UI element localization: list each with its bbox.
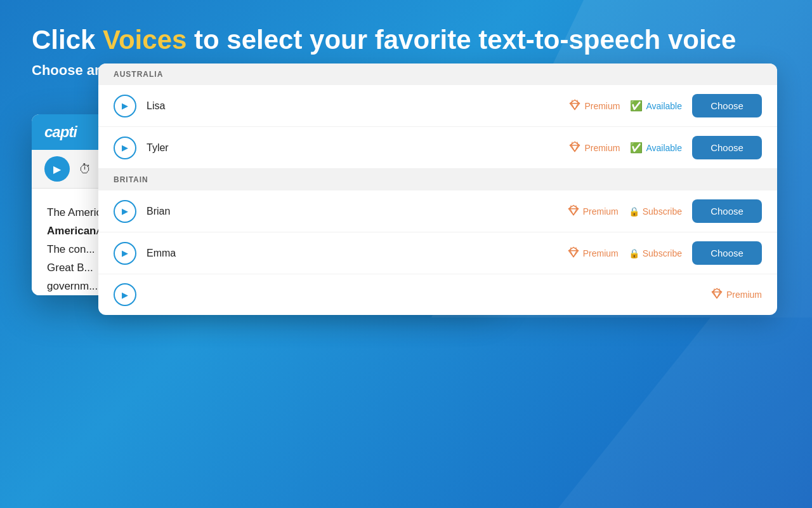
headline-prefix: Click: [32, 25, 103, 55]
lock-icon-emma: 🔒: [629, 248, 639, 258]
headline-highlight: Voices: [103, 25, 187, 55]
emma-badge: Premium: [568, 246, 619, 260]
tyler-badge: Premium: [569, 141, 620, 155]
lisa-premium-label: Premium: [584, 101, 620, 111]
voice-row-tyler: ▶ Tyler Premium ✅ Available Choose: [98, 127, 777, 169]
tyler-play-button[interactable]: ▶: [114, 137, 136, 159]
lisa-name: Lisa: [147, 100, 559, 112]
brian-badge: Premium: [568, 204, 619, 218]
lock-icon-brian: 🔒: [629, 206, 639, 217]
emma-play-button[interactable]: ▶: [114, 242, 136, 265]
diamond-icon-emma: [568, 246, 579, 260]
brian-choose-button[interactable]: Choose: [692, 199, 762, 223]
lisa-status-label: Available: [646, 101, 682, 111]
partial-badge: Premium: [711, 288, 762, 302]
australia-section-header: AUSTRALIA: [98, 64, 777, 85]
partial-premium-label: Premium: [726, 290, 762, 300]
emma-status: 🔒 Subscribe: [629, 248, 682, 258]
emma-choose-button[interactable]: Choose: [692, 241, 762, 265]
diamond-icon-brian: [568, 204, 579, 218]
voice-row-emma: ▶ Emma Premium 🔒 Subscribe Choose: [98, 232, 777, 274]
emma-name: Emma: [147, 248, 558, 259]
emma-status-label: Subscribe: [643, 248, 682, 258]
tyler-status-label: Available: [646, 143, 682, 153]
brian-play-button[interactable]: ▶: [114, 200, 136, 223]
lisa-play-button[interactable]: ▶: [114, 95, 136, 117]
diamond-icon-lisa: [569, 99, 580, 113]
emma-premium-label: Premium: [583, 248, 619, 258]
play-button[interactable]: ▶: [44, 156, 70, 182]
lisa-badge: Premium: [569, 99, 620, 113]
voice-row-brian: ▶ Brian Premium 🔒 Subscribe Choose: [98, 190, 777, 232]
lisa-status: ✅ Available: [630, 100, 682, 112]
tyler-choose-button[interactable]: Choose: [692, 136, 762, 159]
app-logo: capti: [44, 123, 77, 141]
brian-name: Brian: [147, 206, 558, 217]
headline: Click Voices to select your favorite tex…: [32, 25, 780, 55]
check-icon-lisa: ✅: [630, 100, 643, 112]
diamond-icon-partial: [711, 288, 723, 302]
voice-row-partial: ▶ Premium: [98, 274, 777, 315]
voices-panel: AUSTRALIA ▶ Lisa Premium ✅ Available Cho…: [98, 64, 777, 315]
timer-icon: ⏱: [79, 162, 91, 177]
brian-status: 🔒 Subscribe: [629, 206, 682, 217]
tyler-premium-label: Premium: [584, 143, 620, 153]
tyler-status: ✅ Available: [630, 142, 682, 154]
headline-suffix: to select your favorite text-to-speech v…: [187, 25, 736, 55]
tyler-name: Tyler: [147, 142, 559, 154]
diamond-icon-tyler: [569, 141, 580, 155]
brian-status-label: Subscribe: [643, 206, 682, 217]
voice-row-lisa: ▶ Lisa Premium ✅ Available Choose: [98, 85, 777, 127]
lisa-choose-button[interactable]: Choose: [692, 94, 762, 117]
text-bold: American: [47, 225, 96, 237]
partial-play-button[interactable]: ▶: [114, 283, 136, 306]
britain-section-header: BRITAIN: [98, 169, 777, 190]
brian-premium-label: Premium: [583, 206, 619, 217]
check-icon-tyler: ✅: [630, 142, 643, 154]
bg-shape-2: [558, 318, 812, 508]
